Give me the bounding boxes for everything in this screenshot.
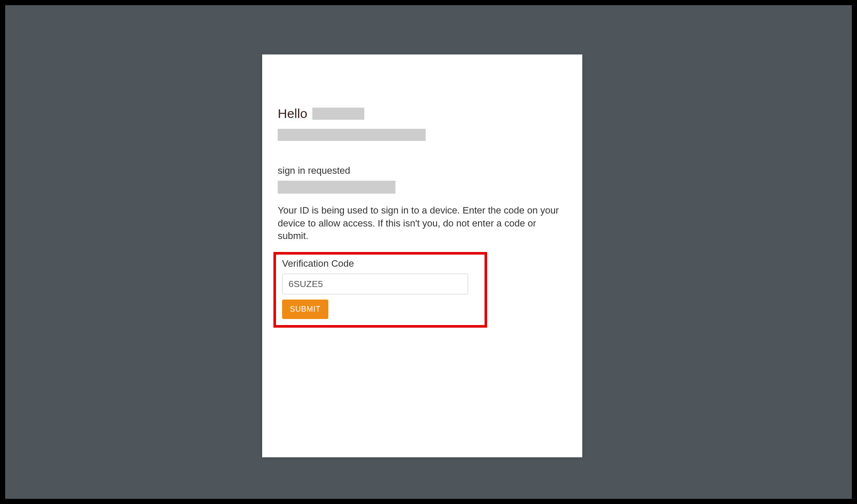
redacted-device-placeholder (278, 181, 395, 194)
greeting-hello: Hello (278, 106, 307, 121)
redacted-name-placeholder (312, 108, 364, 120)
submit-button[interactable]: SUBMIT (282, 300, 328, 319)
verification-code-input[interactable] (282, 274, 468, 294)
page-background: Hello sign in requested Your ID is being… (5, 5, 852, 499)
greeting-line: Hello (278, 106, 567, 121)
redacted-email-placeholder (278, 129, 426, 141)
verification-highlight-box: Verification Code SUBMIT (273, 252, 487, 328)
signin-requested-label: sign in requested (278, 165, 567, 176)
instruction-text: Your ID is being used to sign in to a de… (278, 204, 567, 242)
verification-code-label: Verification Code (280, 258, 480, 269)
verification-card: Hello sign in requested Your ID is being… (262, 54, 582, 457)
